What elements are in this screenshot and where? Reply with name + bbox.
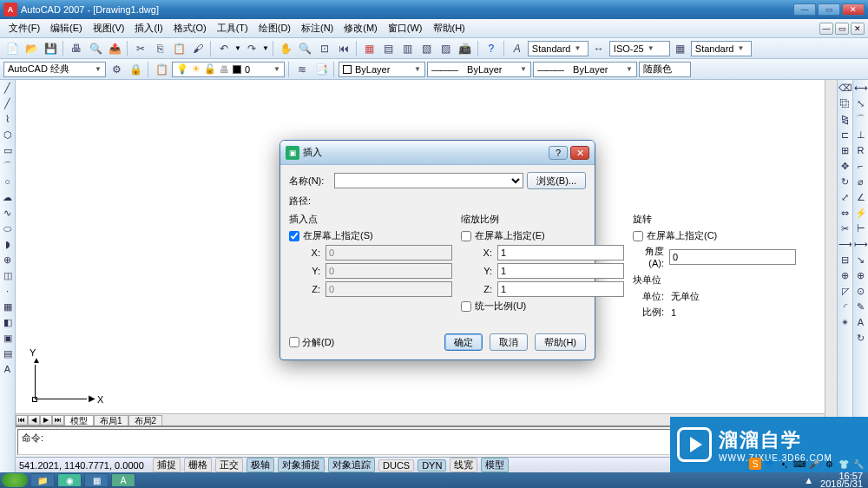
plotstyle-combo[interactable]: 随颜色 bbox=[639, 62, 691, 77]
close-button[interactable]: ✕ bbox=[842, 3, 865, 16]
specify-onscreen-insert-checkbox[interactable] bbox=[289, 231, 299, 241]
workspace-settings-icon[interactable]: ⚙ bbox=[108, 61, 125, 78]
paste-icon[interactable]: 📋 bbox=[170, 40, 187, 57]
circle-icon[interactable]: ○ bbox=[0, 174, 15, 189]
start-button[interactable] bbox=[2, 473, 28, 487]
ime-mic-icon[interactable]: 🎤 bbox=[808, 458, 820, 470]
mdi-minimize-button[interactable]: — bbox=[819, 23, 833, 35]
angle-input[interactable] bbox=[669, 249, 796, 265]
ime-lang-icon[interactable]: 中 bbox=[764, 458, 776, 470]
save-icon[interactable]: 💾 bbox=[42, 40, 59, 57]
color-combo[interactable]: ByLayer▼ bbox=[339, 62, 425, 77]
scale-x-input[interactable] bbox=[497, 245, 624, 260]
line-icon[interactable]: ╱ bbox=[0, 80, 15, 96]
workspace-lock-icon[interactable]: 🔒 bbox=[127, 61, 144, 78]
model-toggle[interactable]: 模型 bbox=[481, 458, 509, 472]
tab-prev-icon[interactable]: ◀ bbox=[28, 415, 40, 425]
specify-onscreen-scale-checkbox[interactable] bbox=[461, 231, 471, 241]
coordinates-display[interactable]: 541.2021, 1140.7771, 0.0000 bbox=[19, 460, 149, 471]
menu-edit[interactable]: 编辑(E) bbox=[45, 20, 88, 36]
osnap-toggle[interactable]: 对象捕捉 bbox=[278, 458, 325, 472]
workspace-combo[interactable]: AutoCAD 经典▼ bbox=[3, 62, 106, 77]
ime-settings-icon[interactable]: ⚙ bbox=[823, 458, 835, 470]
menu-view[interactable]: 视图(V) bbox=[88, 20, 130, 36]
table-style-icon[interactable]: ▦ bbox=[672, 40, 689, 57]
extend-icon[interactable]: ⟶ bbox=[838, 236, 852, 252]
layer-prev-icon[interactable]: ≋ bbox=[293, 61, 311, 78]
dim-baseline-icon[interactable]: ⊢ bbox=[853, 221, 868, 236]
markup-icon[interactable]: ▨ bbox=[437, 40, 455, 57]
dim-leader-icon[interactable]: ↘ bbox=[853, 252, 868, 267]
menu-file[interactable]: 文件(F) bbox=[3, 20, 45, 36]
move-icon[interactable]: ✥ bbox=[838, 158, 852, 174]
menu-format[interactable]: 格式(O) bbox=[168, 20, 212, 36]
menu-tools[interactable]: 工具(T) bbox=[212, 20, 253, 36]
copy-obj-icon[interactable]: ⿻ bbox=[838, 96, 852, 111]
dim-style-icon[interactable]: ↔ bbox=[590, 40, 608, 57]
polygon-icon[interactable]: ⬡ bbox=[0, 127, 15, 142]
zoom-previous-icon[interactable]: ⏮ bbox=[335, 40, 352, 57]
dialog-close-button[interactable]: ✕ bbox=[570, 146, 589, 160]
ducs-toggle[interactable]: DUCS bbox=[378, 459, 414, 472]
hatch-icon[interactable]: ▦ bbox=[0, 299, 15, 314]
lineweight-combo[interactable]: ——— ByLayer▼ bbox=[533, 62, 637, 77]
table-icon[interactable]: ▤ bbox=[0, 346, 15, 361]
ime-tool-icon[interactable]: 🔧 bbox=[852, 458, 865, 470]
table-style-combo[interactable]: Standard▼ bbox=[691, 41, 752, 56]
new-icon[interactable]: 📄 bbox=[3, 40, 21, 57]
menu-modify[interactable]: 修改(M) bbox=[339, 20, 383, 36]
menu-help[interactable]: 帮助(H) bbox=[428, 20, 470, 36]
tool-palette-icon[interactable]: ▥ bbox=[399, 40, 417, 57]
print-preview-icon[interactable]: 🔍 bbox=[87, 40, 104, 57]
explode-icon[interactable]: ✴ bbox=[838, 314, 852, 330]
explode-checkbox[interactable] bbox=[289, 337, 299, 347]
undo-icon[interactable]: ↶ bbox=[215, 40, 233, 57]
redo-icon[interactable]: ↷ bbox=[243, 40, 260, 57]
arc-icon[interactable]: ⌒ bbox=[0, 158, 15, 174]
block-name-combo[interactable] bbox=[334, 173, 523, 188]
task-chrome-icon[interactable]: ◉ bbox=[57, 473, 82, 487]
dim-aligned-icon[interactable]: ⤡ bbox=[853, 96, 868, 111]
trim-icon[interactable]: ✂ bbox=[838, 221, 852, 236]
text-style-combo[interactable]: Standard▼ bbox=[528, 41, 589, 56]
dim-ordinate-icon[interactable]: ⊥ bbox=[853, 127, 868, 142]
system-clock[interactable]: 16:572018/5/31 bbox=[817, 472, 866, 488]
rotate-icon[interactable]: ↻ bbox=[838, 174, 852, 189]
cancel-button[interactable]: 取消 bbox=[490, 333, 528, 351]
dim-radius-icon[interactable]: R bbox=[853, 142, 868, 158]
xline-icon[interactable]: ╱ bbox=[0, 96, 15, 111]
grid-toggle[interactable]: 栅格 bbox=[184, 458, 212, 472]
tab-next-icon[interactable]: ▶ bbox=[40, 415, 52, 425]
menu-draw[interactable]: 绘图(D) bbox=[253, 20, 296, 36]
vertical-scrollbar[interactable] bbox=[825, 80, 837, 472]
pan-icon[interactable]: ✋ bbox=[278, 40, 295, 57]
task-app-icon[interactable]: ▦ bbox=[84, 473, 108, 487]
properties-icon[interactable]: ▦ bbox=[361, 40, 378, 57]
zoom-realtime-icon[interactable]: 🔍 bbox=[297, 40, 314, 57]
polyline-icon[interactable]: ⌇ bbox=[0, 111, 15, 127]
tab-first-icon[interactable]: ⏮ bbox=[16, 415, 28, 425]
sheet-set-icon[interactable]: ▧ bbox=[418, 40, 436, 57]
mdi-restore-button[interactable]: ▭ bbox=[835, 23, 849, 35]
scale-z-input[interactable] bbox=[497, 281, 624, 297]
minimize-button[interactable]: — bbox=[793, 3, 816, 16]
offset-icon[interactable]: ⊏ bbox=[838, 127, 852, 142]
tab-layout2[interactable]: 布局2 bbox=[128, 415, 163, 425]
browse-button[interactable]: 浏览(B)... bbox=[527, 172, 586, 189]
dim-angular-icon[interactable]: ∠ bbox=[853, 189, 868, 205]
dialog-help-footer-button[interactable]: 帮助(H) bbox=[535, 333, 586, 351]
tab-layout1[interactable]: 布局1 bbox=[94, 415, 128, 425]
uniform-scale-checkbox[interactable] bbox=[461, 301, 471, 312]
layer-manager-icon[interactable]: 📋 bbox=[153, 61, 170, 78]
rectangle-icon[interactable]: ▭ bbox=[0, 142, 15, 158]
tab-model[interactable]: 模型 bbox=[64, 415, 94, 425]
publish-icon[interactable]: 📤 bbox=[106, 40, 123, 57]
maximize-button[interactable]: ▭ bbox=[818, 3, 840, 16]
dim-center-icon[interactable]: ⊙ bbox=[853, 283, 868, 299]
copy-icon[interactable]: ⎘ bbox=[151, 40, 168, 57]
sogou-ime-icon[interactable]: S bbox=[749, 458, 761, 470]
insert-block-icon[interactable]: ⊕ bbox=[0, 252, 15, 267]
match-prop-icon[interactable]: 🖌 bbox=[189, 40, 207, 57]
lwt-toggle[interactable]: 线宽 bbox=[450, 458, 477, 472]
menu-window[interactable]: 窗口(W) bbox=[383, 20, 428, 36]
